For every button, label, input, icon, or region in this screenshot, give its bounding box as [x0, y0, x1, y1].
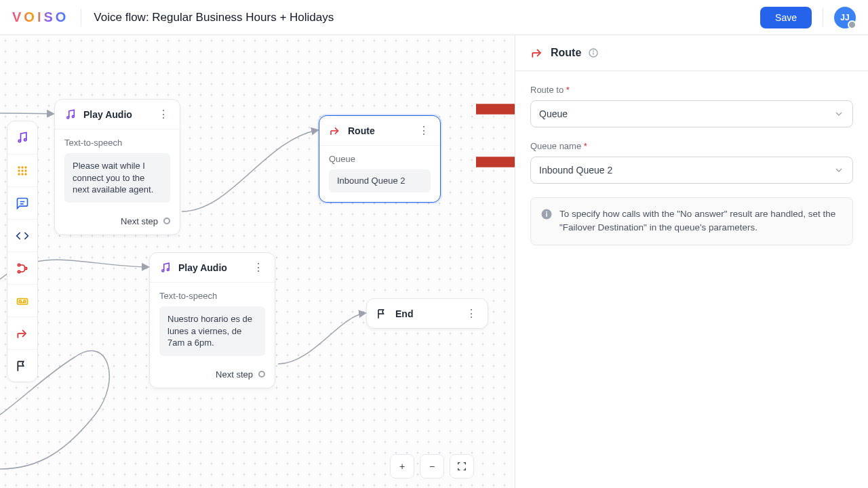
- tool-audio[interactable]: [7, 121, 37, 154]
- flow-canvas[interactable]: Play Audio ⋮ Text-to-speech Please wait …: [0, 35, 515, 488]
- node-text: Please wait while I connect you to the n…: [64, 153, 170, 203]
- tool-code[interactable]: [7, 219, 37, 251]
- field-queue-name: Queue name * Inbound Queue 2: [530, 141, 853, 184]
- svg-point-10: [24, 173, 26, 175]
- tool-end[interactable]: [7, 349, 37, 382]
- queue-name-value: Inbound Queue 2: [539, 165, 612, 176]
- svg-point-7: [24, 169, 26, 171]
- annotation-arrow-queue-name: [476, 155, 515, 169]
- output-port[interactable]: [163, 218, 170, 224]
- svg-rect-28: [546, 214, 547, 217]
- svg-point-9: [21, 173, 23, 175]
- svg-point-13: [18, 264, 20, 266]
- node-subtitle: Text-to-speech: [64, 138, 170, 148]
- svg-point-3: [21, 166, 23, 168]
- node-title: Route: [348, 125, 410, 136]
- svg-point-8: [18, 173, 20, 175]
- node-body: Text-to-speech Please wait while I conne…: [55, 129, 180, 212]
- svg-point-26: [593, 51, 594, 52]
- zoom-fit-button[interactable]: [450, 454, 474, 479]
- node-subtitle: Text-to-speech: [159, 291, 265, 301]
- zoom-controls: + −: [390, 454, 474, 479]
- panel-body: Route to * Queue Queue name * Inbound Qu…: [515, 71, 868, 259]
- save-button[interactable]: Save: [760, 7, 812, 28]
- node-title: Play Audio: [83, 109, 150, 120]
- zoom-in-button[interactable]: +: [390, 454, 414, 479]
- svg-point-0: [18, 140, 20, 142]
- route-arrow-icon: [16, 327, 29, 340]
- flag-icon: [16, 359, 29, 373]
- divider: [81, 9, 81, 26]
- avatar[interactable]: JJ: [834, 7, 856, 28]
- panel-header: Route: [515, 35, 868, 71]
- tool-route[interactable]: [7, 317, 37, 349]
- route-arrow-icon: [329, 125, 341, 137]
- properties-panel: Route Route to * Queue Queue name * Inbo…: [515, 35, 868, 488]
- music-icon: [16, 131, 29, 144]
- header-right: Save JJ: [760, 7, 856, 28]
- node-end[interactable]: End ⋮: [366, 298, 488, 329]
- node-menu-button[interactable]: ⋮: [465, 307, 478, 320]
- route-to-value: Queue: [539, 108, 568, 119]
- app-header: VOISO Voice flow: Regular Business Hours…: [0, 0, 868, 35]
- main: Play Audio ⋮ Text-to-speech Please wait …: [0, 35, 868, 488]
- node-footer: Next step: [55, 212, 180, 235]
- info-icon: [540, 208, 553, 220]
- output-port[interactable]: [258, 371, 265, 378]
- route-to-label: Route to *: [530, 85, 853, 95]
- node-title: Play Audio: [178, 262, 245, 273]
- tool-voicemail[interactable]: [7, 284, 37, 317]
- flag-icon: [376, 308, 389, 320]
- node-menu-button[interactable]: ⋮: [157, 108, 170, 121]
- queue-name-select[interactable]: Inbound Queue 2: [530, 157, 853, 184]
- tool-branch[interactable]: [7, 251, 37, 284]
- branch-icon: [16, 262, 29, 275]
- svg-point-14: [18, 270, 20, 272]
- code-icon: [16, 229, 29, 243]
- zoom-out-button[interactable]: −: [420, 454, 444, 479]
- node-body: Text-to-speech Nuestro horario es de lun…: [150, 283, 275, 365]
- tool-message[interactable]: [7, 186, 37, 219]
- svg-point-21: [72, 115, 74, 117]
- failover-note: To specify how calls with the "No answer…: [530, 197, 853, 245]
- svg-point-15: [24, 267, 26, 269]
- failover-note-text: To specify how calls with the "No answer…: [559, 207, 843, 235]
- header-left: VOISO Voice flow: Regular Business Hours…: [12, 9, 334, 26]
- message-icon: [16, 197, 29, 210]
- voicemail-icon: [16, 294, 29, 308]
- chevron-down-icon: [833, 108, 844, 119]
- info-icon[interactable]: [588, 47, 599, 58]
- node-play-audio-2[interactable]: Play Audio ⋮ Text-to-speech Nuestro hora…: [149, 252, 275, 388]
- annotation-arrow-route-to: [476, 102, 515, 117]
- svg-point-29: [546, 211, 547, 213]
- page-title: Voice flow: Regular Business Hours + Hol…: [94, 11, 334, 24]
- svg-point-1: [24, 139, 26, 141]
- next-step-label: Next step: [216, 369, 253, 380]
- svg-point-22: [162, 270, 164, 272]
- node-route[interactable]: Route ⋮ Queue Inbound Queue 2: [319, 115, 441, 203]
- music-icon: [159, 262, 172, 274]
- route-to-select[interactable]: Queue: [530, 100, 853, 127]
- node-play-audio-1[interactable]: Play Audio ⋮ Text-to-speech Please wait …: [54, 99, 180, 235]
- dialpad-icon: [16, 164, 29, 178]
- svg-point-2: [18, 166, 20, 168]
- field-route-to: Route to * Queue: [530, 85, 853, 127]
- node-footer: Next step: [150, 365, 275, 388]
- node-menu-button[interactable]: ⋮: [417, 124, 431, 137]
- node-text: Nuestro horario es de lunes a viernes, d…: [159, 306, 265, 356]
- node-header: Play Audio ⋮: [55, 100, 180, 129]
- node-header: End ⋮: [367, 299, 488, 328]
- node-header: Play Audio ⋮: [150, 253, 275, 282]
- route-arrow-icon: [530, 46, 544, 60]
- panel-title: Route: [551, 47, 581, 59]
- tool-dialpad[interactable]: [7, 154, 37, 186]
- tool-palette: [7, 121, 38, 382]
- music-icon: [64, 108, 77, 121]
- node-menu-button[interactable]: ⋮: [252, 261, 265, 274]
- logo: VOISO: [12, 9, 68, 25]
- queue-name-label: Queue name *: [530, 141, 853, 151]
- node-header: Route ⋮: [319, 116, 440, 145]
- node-queue-chip: Inbound Queue 2: [329, 169, 431, 192]
- chevron-down-icon: [833, 165, 844, 176]
- svg-point-6: [21, 169, 23, 171]
